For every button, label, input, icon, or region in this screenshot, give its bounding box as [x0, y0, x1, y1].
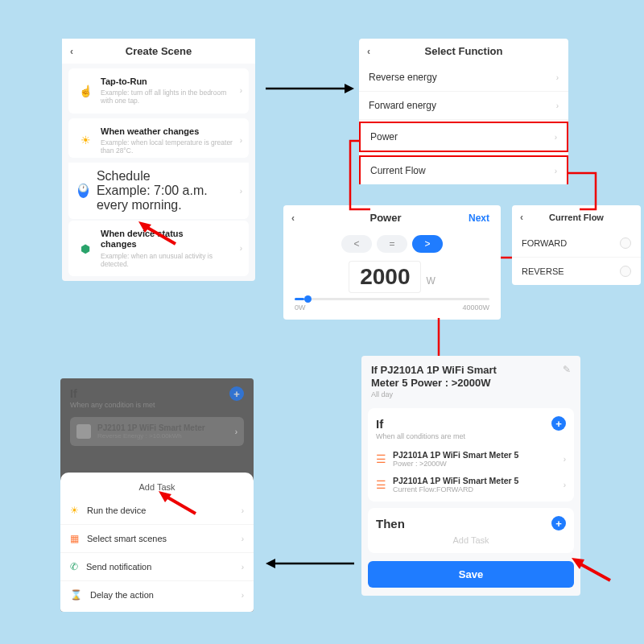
function-forward-energy[interactable]: Forward energy ›: [359, 92, 568, 120]
chevron-right-icon: ›: [242, 591, 244, 600]
device-icon: ☰: [376, 452, 386, 465]
chevron-right-icon: ›: [556, 101, 559, 110]
slider-max: 40000W: [462, 303, 489, 312]
next-button[interactable]: Next: [469, 213, 493, 224]
option-weather[interactable]: ☀ When weather changes Example: when loc…: [68, 118, 249, 159]
edit-icon[interactable]: ✎: [563, 364, 571, 375]
scene-icon: ▦: [70, 533, 79, 544]
comparator-group: < = >: [283, 235, 501, 253]
chevron-right-icon: ›: [556, 73, 559, 82]
radio-icon: [620, 237, 631, 249]
chevron-right-icon: ›: [242, 506, 244, 515]
svg-line-4: [145, 226, 175, 244]
svg-line-6: [165, 496, 196, 514]
select-function-header: ‹ Select Function: [359, 39, 568, 64]
dim-if-label: If: [70, 387, 229, 400]
then-placeholder: Add Task: [376, 535, 566, 545]
summary-panel: If PJ2101A 1P WiFi Smart Meter 5 Power :…: [361, 356, 580, 596]
summary-allday: All day: [371, 390, 563, 398]
flow-reverse[interactable]: REVERSE: [512, 258, 641, 285]
function-current-flow[interactable]: Current Flow ›: [359, 155, 568, 184]
create-scene-header: ‹ Create Scene: [62, 39, 255, 64]
if-card: If + When all conditions are met ☰ PJ210…: [368, 408, 574, 502]
back-icon[interactable]: ‹: [70, 46, 81, 57]
hourglass-icon: ⌛: [70, 589, 82, 601]
if-label: If: [376, 417, 551, 431]
task-select-scenes[interactable]: ▦ Select smart scenes ›: [60, 525, 254, 553]
red-arrow-icon: [137, 221, 177, 246]
current-flow-title: Current Flow: [531, 213, 621, 222]
power-header: ‹ Power Next: [283, 205, 501, 230]
task-send-notification[interactable]: ✆ Send notification ›: [60, 553, 254, 581]
red-arrow-icon: [157, 491, 197, 515]
power-value-input[interactable]: 2000: [349, 261, 421, 293]
power-panel: ‹ Power Next < = > 2000 W 0W 40000W: [283, 205, 501, 320]
current-flow-header: ‹ Current Flow: [512, 205, 641, 229]
chevron-right-icon: ›: [242, 563, 244, 572]
lt-button[interactable]: <: [341, 235, 372, 253]
function-reverse-energy[interactable]: Reverse energy ›: [359, 64, 568, 92]
create-scene-title: Create Scene: [81, 45, 236, 57]
summary-title-1: If PJ2101A 1P WiFi Smart: [371, 364, 563, 377]
select-function-panel: ‹ Select Function Reverse energy › Forwa…: [359, 39, 568, 184]
power-value-row: 2000 W: [283, 261, 501, 293]
chevron-right-icon: ›: [240, 136, 242, 145]
power-slider[interactable]: 0W 40000W: [283, 298, 501, 312]
radio-icon: [620, 266, 631, 277]
option-schedule[interactable]: 🕐 Schedule Example: 7:00 a.m. every morn…: [68, 163, 249, 219]
chevron-right-icon: ›: [242, 535, 244, 543]
chevron-right-icon: ›: [240, 86, 242, 95]
red-arrow-icon: [572, 558, 612, 582]
current-flow-panel: ‹ Current Flow FORWARD REVERSE: [512, 205, 641, 285]
chevron-right-icon: ›: [240, 244, 242, 253]
condition-1[interactable]: ☰ PJ2101A 1P WiFi Smart Meter 5 Power : …: [376, 450, 566, 468]
back-icon[interactable]: ‹: [291, 213, 303, 224]
select-function-title: Select Function: [378, 45, 549, 57]
device-icon: ☰: [376, 478, 386, 491]
if-subtitle: When all conditions are met: [376, 432, 566, 440]
phone-icon: ✆: [70, 561, 78, 572]
flow-arrow: [266, 555, 354, 572]
option-tap-to-run[interactable]: ☝ Tap-to-Run Example: turn off all light…: [68, 68, 249, 114]
flow-forward[interactable]: FORWARD: [512, 229, 641, 258]
flow-arrow: [266, 80, 354, 97]
dim-device-icon: [76, 424, 91, 439]
tap-icon: ☝: [75, 80, 96, 101]
chevron-right-icon: ›: [564, 455, 566, 464]
function-power[interactable]: Power ›: [359, 122, 568, 152]
svg-marker-3: [266, 559, 275, 568]
svg-marker-1: [345, 84, 354, 93]
back-icon[interactable]: ‹: [367, 46, 378, 57]
sun-icon: ☀: [70, 505, 79, 516]
dim-plus-icon: +: [229, 386, 244, 401]
clock-icon: 🕐: [78, 184, 89, 198]
svg-line-8: [578, 563, 610, 580]
add-task-button[interactable]: +: [551, 516, 566, 530]
task-delay[interactable]: ⌛ Delay the action ›: [60, 581, 254, 609]
chevron-right-icon: ›: [555, 167, 557, 175]
save-button[interactable]: Save: [368, 561, 574, 588]
condition-2[interactable]: ☰ PJ2101A 1P WiFi Smart Meter 5 Current …: [376, 476, 566, 493]
slider-min: 0W: [295, 303, 306, 312]
add-condition-button[interactable]: +: [551, 416, 566, 431]
device-icon: ⬢: [75, 238, 96, 259]
sun-icon: ☀: [75, 130, 96, 151]
summary-title-2: Meter 5 Power : >2000W: [371, 377, 563, 390]
then-label: Then: [376, 517, 551, 530]
gt-button[interactable]: >: [412, 235, 443, 253]
chevron-right-icon: ›: [564, 481, 566, 489]
eq-button[interactable]: =: [377, 235, 407, 253]
back-icon[interactable]: ‹: [520, 212, 531, 223]
chevron-right-icon: ›: [240, 187, 242, 196]
power-title: Power: [303, 212, 469, 224]
chevron-right-icon: ›: [555, 133, 557, 142]
then-card: Then + Add Task: [368, 508, 574, 553]
power-unit: W: [426, 275, 435, 287]
